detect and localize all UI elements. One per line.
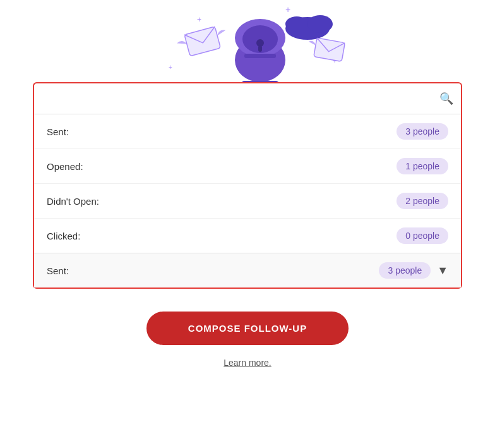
search-dropdown-container: 🔍 Sent:3 peopleOpened:1 peopleDidn't Ope…: [33, 82, 462, 289]
compose-followup-button[interactable]: COMPOSE FOLLOW-UP: [146, 312, 349, 345]
stats-item-badge: 1 people: [397, 158, 448, 174]
footer-people-badge: 3 people: [379, 262, 431, 279]
stats-item[interactable]: Sent:3 people: [34, 114, 461, 149]
stats-item[interactable]: Opened:1 people: [34, 149, 461, 184]
stats-item-label: Didn't Open:: [47, 196, 99, 207]
footer-collapsed-row[interactable]: Sent: 3 people ▼: [34, 253, 461, 288]
svg-rect-14: [244, 54, 276, 58]
svg-rect-18: [314, 38, 345, 61]
svg-rect-8: [184, 27, 220, 56]
stats-item-label: Sent:: [47, 126, 69, 137]
stats-scrollable-list[interactable]: Sent:3 peopleOpened:1 peopleDidn't Open:…: [34, 114, 461, 253]
stats-item-badge: 3 people: [397, 123, 448, 140]
footer-right: 3 people ▼: [379, 262, 448, 279]
stats-item-label: Clicked:: [47, 231, 80, 241]
svg-text:+: +: [169, 64, 172, 71]
svg-point-7: [285, 16, 308, 32]
main-content: 🔍 Sent:3 peopleOpened:1 peopleDidn't Ope…: [33, 82, 462, 368]
stats-item-label: Opened:: [47, 161, 83, 172]
svg-point-6: [307, 15, 333, 33]
svg-text:+: +: [285, 4, 290, 15]
svg-text:+: +: [197, 15, 201, 24]
search-icon[interactable]: 🔍: [439, 92, 453, 106]
svg-rect-13: [258, 45, 262, 52]
stats-item-badge: 0 people: [397, 227, 448, 244]
chevron-down-icon[interactable]: ▼: [437, 264, 448, 277]
footer-label: Sent:: [47, 265, 69, 276]
learn-more-link[interactable]: Learn more.: [33, 358, 462, 368]
stats-item[interactable]: Clicked:0 people: [34, 219, 461, 253]
stats-item[interactable]: Didn't Open:2 people: [34, 184, 461, 219]
email-illustration: + + + + +: [0, 0, 495, 88]
search-input[interactable]: [42, 93, 439, 104]
search-input-row[interactable]: 🔍: [34, 83, 461, 114]
stats-item-badge: 2 people: [397, 193, 448, 209]
